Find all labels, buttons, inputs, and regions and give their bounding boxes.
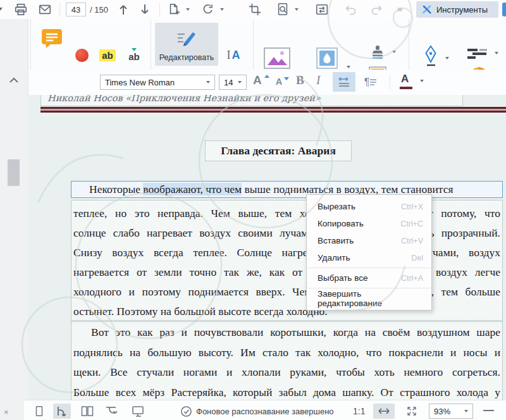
font-color-dropdown[interactable] <box>420 80 424 82</box>
menu-item-finish-editing[interactable]: Завершить редактирование <box>307 290 431 307</box>
check-circle-icon <box>180 405 192 417</box>
search-page-dropdown[interactable] <box>295 8 299 11</box>
text-line[interactable]: Снизу воздух всегда теплее. Солнце нагре… <box>71 243 502 262</box>
text-line[interactable]: нагревается от земли точно так же, как о… <box>71 262 502 282</box>
undo-button[interactable] <box>344 3 358 16</box>
print-button[interactable] <box>14 3 28 16</box>
continuous-view-button[interactable] <box>102 404 120 419</box>
menu-item-copy[interactable]: КопироватьCtrl+C <box>307 215 431 232</box>
decrease-font-button[interactable]: A <box>276 76 291 91</box>
rotate-dropdown[interactable] <box>220 8 224 11</box>
zoom-value: 93% <box>434 407 450 416</box>
two-page-view-button[interactable] <box>78 404 96 419</box>
menu-item-shortcut: Ctrl+C <box>400 219 423 228</box>
text-line[interactable]: Больше всех мёрз Растеряйка, который заб… <box>71 383 502 400</box>
text-line[interactable]: Вот это как раз и почувствовали коротышк… <box>71 323 502 343</box>
insert-text-button[interactable]: ab <box>125 47 143 62</box>
tools-button[interactable]: Инструменты <box>416 1 498 18</box>
note-button[interactable] <box>39 27 65 51</box>
edit-pencil-icon <box>175 27 198 48</box>
menu-item-select-all[interactable]: Выбрать всеCtrl+A <box>307 269 431 287</box>
font-family-value: Times New Roman <box>105 78 175 87</box>
redact-dropdown[interactable] <box>495 52 498 54</box>
italic-button[interactable]: I <box>316 73 320 87</box>
single-page-view-button[interactable] <box>30 404 48 419</box>
single-page-icon <box>33 405 46 417</box>
text-line[interactable]: остынет. Поэтому на большой высоте всегд… <box>71 302 502 321</box>
presentation-view-button[interactable] <box>129 404 147 419</box>
chapter-title-block[interactable]: Глава десятая: Авария <box>205 140 352 161</box>
zoom-select[interactable]: 93% <box>429 404 473 419</box>
top-toolbar: / 150 » <box>0 0 506 20</box>
page-number-input[interactable] <box>66 3 86 16</box>
font-color-button[interactable]: A <box>398 73 415 92</box>
paragraph-block-2[interactable]: Вот это как раз и почувствовали коротышк… <box>71 321 503 400</box>
watermark-dropdown[interactable] <box>347 66 350 68</box>
paragraph-block-1[interactable]: теплее, но это неправда. Чем выше, тем х… <box>71 200 503 321</box>
add-page-dropdown[interactable] <box>186 8 190 11</box>
font-size-value: 14 <box>224 78 233 87</box>
menu-item-paste[interactable]: ВставитьCtrl+V <box>307 232 431 249</box>
edit-button[interactable]: Редактировать <box>155 23 218 66</box>
chevron-down-icon[interactable] <box>0 8 3 11</box>
redact-button[interactable] <box>466 47 490 61</box>
fit-width-view-button[interactable] <box>53 404 71 419</box>
scroll-up-button[interactable] <box>6 75 22 85</box>
chevron-down-icon <box>464 410 468 412</box>
menu-item-label: Завершить редактирование <box>318 289 423 308</box>
ellipse-annotation-button[interactable] <box>75 48 89 62</box>
continuous-view-icon <box>104 405 118 417</box>
scroll-down-button[interactable]: × <box>4 407 9 417</box>
tools-label: Инструменты <box>436 5 488 15</box>
context-menu: ВырезатьCtrl+X КопироватьCtrl+C Вставить… <box>306 194 432 311</box>
stamp-dropdown[interactable] <box>392 51 396 53</box>
fit-page-button[interactable] <box>402 404 421 419</box>
highlight-text-button[interactable]: ab <box>99 48 116 62</box>
paragraph-settings-button[interactable]: ¶ <box>359 72 382 92</box>
increase-font-button[interactable]: A <box>253 73 271 91</box>
add-page-button[interactable] <box>167 3 181 16</box>
previous-page-button[interactable] <box>116 3 130 16</box>
menu-item-label: Вставить <box>318 236 354 245</box>
edit-text-tool-button[interactable]: I A <box>223 47 244 63</box>
menu-item-delete[interactable]: УдалитьDel <box>307 249 431 266</box>
rotate-icon <box>201 3 215 16</box>
text-line[interactable]: щеки. Все стучали ногами и хлопали рукам… <box>71 362 502 383</box>
actual-size-button[interactable]: 1:1 <box>353 406 365 416</box>
page-header-block[interactable]: Николай Носов «Приключения Незнайки и ег… <box>40 95 463 106</box>
stamp-icon <box>369 44 386 61</box>
text-line[interactable]: солнце слабо нагревает воздух своими луч… <box>71 223 502 243</box>
picture-button[interactable] <box>263 47 291 70</box>
text-line[interactable]: теплее, но это неправда. Чем выше, тем х… <box>71 204 502 223</box>
watermark-button[interactable] <box>316 47 338 70</box>
expand-icon <box>406 405 417 417</box>
toolbar-overflow-button[interactable]: » <box>397 3 402 14</box>
rotate-page-button[interactable] <box>201 3 215 16</box>
stamp-button[interactable] <box>368 43 387 62</box>
paragraph-icon: ¶ <box>364 77 370 88</box>
header-rule <box>40 107 506 113</box>
next-page-button[interactable] <box>138 3 152 16</box>
swap-pages-icon <box>315 3 329 16</box>
clipped-toolbar-icon[interactable] <box>502 3 506 16</box>
redo-button[interactable] <box>369 3 383 16</box>
vertical-scrollbar-thumb[interactable] <box>8 159 20 186</box>
replace-page-button[interactable] <box>315 3 329 16</box>
signature-dropdown[interactable] <box>445 57 449 59</box>
search-in-page-button[interactable] <box>276 3 290 16</box>
signature-button[interactable] <box>420 43 441 68</box>
zoom-out-button[interactable] <box>483 410 494 411</box>
crop-button[interactable] <box>248 3 262 16</box>
menu-separator <box>307 268 431 268</box>
bold-button[interactable]: B <box>296 73 304 87</box>
font-size-select[interactable]: 14 <box>219 75 247 90</box>
email-button[interactable] <box>38 3 52 16</box>
line-spacing-button[interactable] <box>333 72 355 92</box>
menu-item-cut[interactable]: ВырезатьCtrl+X <box>307 198 431 215</box>
text-line[interactable]: поднялись на большую высоту. Им стало та… <box>71 343 502 363</box>
font-family-select[interactable]: Times New Roman <box>100 75 215 90</box>
text-line[interactable]: холодного и поэтому поднимается вверх. Ч… <box>71 282 502 302</box>
fit-width-zoom-button[interactable] <box>373 404 395 419</box>
recognition-status-icon <box>180 405 192 417</box>
active-edit-line[interactable]: Некоторые воображают, что чем выше подни… <box>71 181 503 198</box>
